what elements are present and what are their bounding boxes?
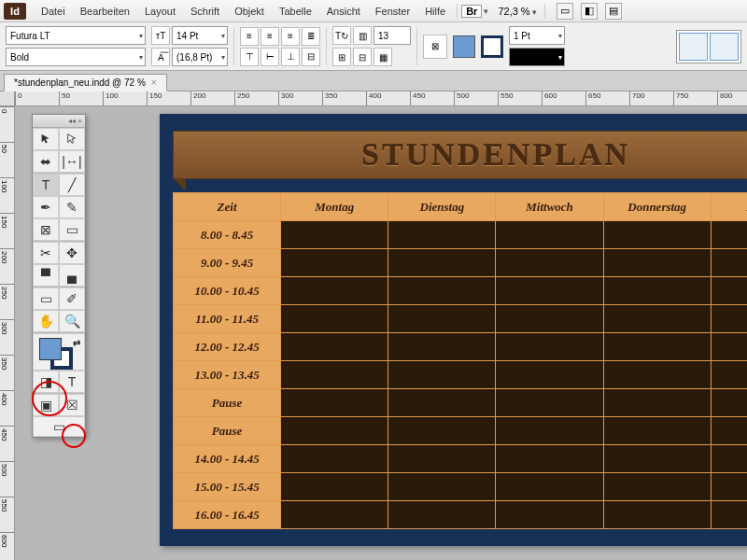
stroke-weight-combo[interactable]: 1 Pt▾ <box>509 26 565 45</box>
pen-tool-icon[interactable]: ✒ <box>33 196 59 218</box>
align-bottom-icon[interactable]: ⊥ <box>281 48 300 66</box>
slot-cell[interactable] <box>496 389 603 417</box>
slot-cell[interactable] <box>496 417 603 445</box>
zoom-level[interactable]: 72,3 %▾ <box>494 6 540 17</box>
slot-cell[interactable] <box>388 333 496 361</box>
time-cell[interactable]: Pause <box>174 389 281 417</box>
table-row[interactable]: 12.00 - 12.45 <box>174 333 748 361</box>
table-row[interactable]: 11.00 - 11.45 <box>174 305 748 333</box>
swap-fill-stroke-icon[interactable]: ⇄ <box>73 338 80 348</box>
menu-objekt[interactable]: Objekt <box>227 6 272 17</box>
slot-cell[interactable] <box>388 305 496 333</box>
menu-datei[interactable]: Datei <box>34 6 73 17</box>
table-row[interactable]: 16.00 - 16.45 <box>174 501 748 529</box>
fill-color-swatch[interactable] <box>453 35 475 58</box>
table-row[interactable]: Pause <box>174 389 748 417</box>
table-row[interactable]: 9.00 - 9.45 <box>174 249 748 277</box>
bridge-badge[interactable]: Br <box>461 5 482 18</box>
stroke-color-swatch[interactable] <box>481 35 503 58</box>
apply-color-icon[interactable]: ▣ <box>33 394 59 416</box>
slot-cell[interactable] <box>711 249 747 277</box>
font-weight-combo[interactable]: Bold▾ <box>6 48 146 66</box>
slot-cell[interactable] <box>281 445 388 473</box>
slot-cell[interactable] <box>603 473 711 501</box>
columns-input[interactable]: 13 <box>374 26 411 45</box>
cell-options-icon[interactable]: ▦ <box>374 48 392 66</box>
slot-cell[interactable] <box>603 389 711 417</box>
slot-cell[interactable] <box>603 221 711 249</box>
table-header[interactable]: Dienstag <box>388 193 496 221</box>
time-cell[interactable]: 12.00 - 12.45 <box>174 333 281 361</box>
table-row[interactable]: 14.00 - 14.45 <box>174 445 748 473</box>
slot-cell[interactable] <box>281 305 388 333</box>
time-cell[interactable]: 14.00 - 14.45 <box>174 445 281 473</box>
eyedropper-tool-icon[interactable]: ✐ <box>59 287 85 310</box>
selection-tool-icon[interactable] <box>33 128 59 150</box>
slot-cell[interactable] <box>603 305 711 333</box>
slot-cell[interactable] <box>281 221 388 249</box>
slot-cell[interactable] <box>711 361 747 389</box>
slot-cell[interactable] <box>711 277 747 305</box>
view-mode-icon[interactable]: ▭ <box>557 3 573 20</box>
slot-cell[interactable] <box>603 249 711 277</box>
menu-hilfe[interactable]: Hilfe <box>417 6 453 17</box>
hand-tool-icon[interactable]: ✋ <box>33 310 59 332</box>
menu-schrift[interactable]: Schrift <box>183 6 227 17</box>
gap-tool-icon[interactable]: |↔| <box>59 150 85 173</box>
rectangle-tool-icon[interactable]: ▭ <box>59 218 85 241</box>
slot-cell[interactable] <box>281 473 388 501</box>
slot-cell[interactable] <box>281 389 388 417</box>
direct-selection-tool-icon[interactable] <box>59 128 85 150</box>
menu-layout[interactable]: Layout <box>137 6 183 17</box>
page-tool-icon[interactable]: ⬌ <box>33 150 59 173</box>
constrain-icon[interactable]: ⊠ <box>423 35 447 59</box>
slot-cell[interactable] <box>388 445 496 473</box>
time-cell[interactable]: 13.00 - 13.45 <box>174 361 281 389</box>
slot-cell[interactable] <box>281 501 388 529</box>
justify-icon[interactable]: ≣ <box>302 27 320 46</box>
table-row[interactable]: 15.00 - 15.45 <box>174 473 748 501</box>
slot-cell[interactable] <box>603 333 711 361</box>
gradient-feather-tool-icon[interactable]: ▄ <box>59 264 85 287</box>
menu-ansicht[interactable]: Ansicht <box>319 6 368 17</box>
slot-cell[interactable] <box>388 417 496 445</box>
rotate-text-icon[interactable]: T↻ <box>332 26 351 45</box>
document-page[interactable]: STUNDENPLAN ZeitMontagDienstagMittwochDo… <box>160 114 747 546</box>
table-row[interactable]: 13.00 - 13.45 <box>174 361 748 389</box>
canvas[interactable]: STUNDENPLAN ZeitMontagDienstagMittwochDo… <box>15 106 747 560</box>
page-title[interactable]: STUNDENPLAN <box>173 131 747 179</box>
gradient-swatch-tool-icon[interactable]: ▀ <box>33 264 59 287</box>
align-top-icon[interactable]: ⊤ <box>240 48 259 66</box>
align-middle-icon[interactable]: ⊢ <box>261 48 279 66</box>
align-left-icon[interactable]: ≡ <box>240 27 259 46</box>
slot-cell[interactable] <box>711 417 747 445</box>
page-spread-preview[interactable] <box>676 30 741 63</box>
table-header[interactable]: Zeit <box>174 193 281 221</box>
zoom-tool-icon[interactable]: 🔍 <box>59 310 85 332</box>
slot-cell[interactable] <box>603 501 711 529</box>
slot-cell[interactable] <box>281 417 388 445</box>
slot-cell[interactable] <box>711 333 747 361</box>
slot-cell[interactable] <box>496 333 603 361</box>
slot-cell[interactable] <box>603 417 711 445</box>
align-right-icon[interactable]: ≡ <box>281 27 300 46</box>
slot-cell[interactable] <box>496 501 603 529</box>
slot-cell[interactable] <box>388 249 496 277</box>
split-cells-icon[interactable]: ⊟ <box>353 48 372 66</box>
slot-cell[interactable] <box>281 277 388 305</box>
panel-collapse-icon[interactable]: ◂◂ × <box>33 115 85 128</box>
table-header[interactable]: Donnerstag <box>603 193 711 221</box>
apply-none-icon[interactable]: ☒ <box>59 394 85 416</box>
slot-cell[interactable] <box>496 361 603 389</box>
slot-cell[interactable] <box>496 445 603 473</box>
arrange-icon[interactable]: ▤ <box>605 3 622 20</box>
line-tool-icon[interactable]: ╱ <box>59 174 85 196</box>
time-cell[interactable]: 9.00 - 9.45 <box>174 249 281 277</box>
menu-tabelle[interactable]: Tabelle <box>272 6 319 17</box>
slot-cell[interactable] <box>603 445 711 473</box>
stroke-style-combo[interactable]: ▾ <box>509 48 565 66</box>
slot-cell[interactable] <box>281 333 388 361</box>
slot-cell[interactable] <box>388 277 496 305</box>
slot-cell[interactable] <box>496 277 603 305</box>
slot-cell[interactable] <box>711 445 747 473</box>
